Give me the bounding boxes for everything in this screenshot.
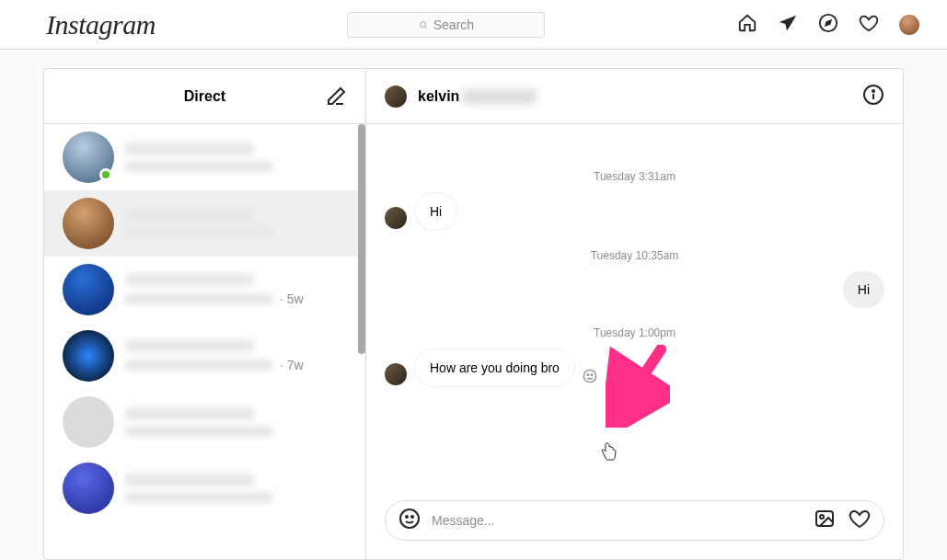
compose-button[interactable] bbox=[325, 86, 347, 111]
home-icon[interactable] bbox=[737, 13, 757, 37]
direct-icon[interactable] bbox=[778, 13, 798, 37]
svg-point-0 bbox=[420, 21, 425, 27]
thread-avatar bbox=[63, 264, 114, 315]
like-icon[interactable] bbox=[849, 508, 871, 533]
search-input[interactable]: Search bbox=[347, 12, 545, 38]
thread-preview bbox=[125, 407, 347, 437]
thread-time: · 7w bbox=[280, 358, 304, 372]
thread-row[interactable] bbox=[44, 124, 365, 190]
conversation-body: Tuesday 3:31am Hi Tuesday 10:35am Hi Tue… bbox=[366, 124, 903, 500]
thread-row[interactable] bbox=[44, 389, 365, 455]
thread-row[interactable] bbox=[44, 190, 365, 257]
activity-icon[interactable] bbox=[859, 13, 879, 37]
search-placeholder: Search bbox=[433, 17, 474, 32]
svg-point-19 bbox=[820, 515, 824, 519]
thread-avatar bbox=[63, 330, 114, 382]
message-timestamp: Tuesday 10:35am bbox=[385, 249, 884, 262]
svg-point-11 bbox=[637, 375, 639, 377]
svg-point-10 bbox=[632, 375, 634, 377]
thread-time: · 5w bbox=[280, 291, 304, 306]
thread-list[interactable]: · 5w · 7w bbox=[44, 124, 365, 559]
svg-point-9 bbox=[591, 374, 592, 375]
conversation-panel: kelvin Tuesday 3:31am Hi Tuesday 10:35am… bbox=[366, 69, 903, 559]
online-indicator bbox=[99, 168, 112, 181]
message-bubble[interactable]: Hi bbox=[414, 192, 457, 231]
message-timestamp: Tuesday 3:31am bbox=[385, 170, 884, 183]
direct-title: Direct bbox=[184, 88, 225, 105]
react-icon[interactable] bbox=[583, 369, 597, 387]
direct-container: Direct bbox=[43, 68, 904, 560]
composer-actions bbox=[814, 508, 871, 533]
more-icon[interactable] bbox=[630, 369, 645, 387]
svg-marker-3 bbox=[826, 20, 831, 26]
cursor-hand-icon bbox=[601, 442, 618, 461]
thread-avatar bbox=[63, 131, 114, 183]
message-timestamp: Tuesday 1:00pm bbox=[385, 326, 884, 339]
search-icon bbox=[419, 20, 428, 29]
svg-point-5 bbox=[872, 90, 874, 92]
svg-point-12 bbox=[641, 375, 643, 377]
direct-header: Direct bbox=[44, 69, 365, 124]
thread-avatar bbox=[63, 463, 114, 514]
message-composer bbox=[385, 500, 884, 541]
sender-avatar[interactable] bbox=[385, 363, 407, 385]
message-incoming: Hi bbox=[385, 192, 884, 231]
message-bubble[interactable]: How are you doing bro bbox=[414, 349, 575, 387]
nav-icons bbox=[737, 13, 929, 37]
scrollbar[interactable] bbox=[358, 124, 365, 354]
thread-row[interactable]: · 5w bbox=[44, 257, 365, 323]
message-outgoing: Hi bbox=[385, 271, 884, 308]
message-bubble[interactable]: Hi bbox=[843, 271, 884, 308]
reply-icon[interactable] bbox=[606, 369, 621, 387]
thread-preview: · 7w bbox=[125, 339, 347, 372]
message-incoming: How are you doing bro bbox=[385, 349, 884, 387]
explore-icon[interactable] bbox=[818, 13, 838, 37]
svg-point-8 bbox=[587, 374, 588, 375]
photo-icon[interactable] bbox=[814, 508, 836, 533]
thread-preview: · 5w bbox=[125, 273, 347, 306]
thread-preview bbox=[125, 209, 347, 238]
svg-point-17 bbox=[411, 516, 413, 518]
thread-preview bbox=[125, 474, 347, 503]
info-button[interactable] bbox=[862, 84, 884, 109]
thread-avatar bbox=[63, 396, 114, 448]
recipient-username[interactable]: kelvin bbox=[418, 88, 537, 105]
emoji-icon[interactable] bbox=[398, 508, 421, 533]
profile-avatar[interactable] bbox=[899, 15, 919, 35]
thread-avatar bbox=[63, 198, 114, 249]
thread-row[interactable] bbox=[44, 455, 365, 521]
message-actions bbox=[583, 369, 645, 387]
direct-sidebar: Direct bbox=[44, 69, 366, 559]
thread-preview bbox=[125, 143, 347, 172]
svg-point-7 bbox=[583, 370, 595, 382]
sender-avatar[interactable] bbox=[385, 207, 407, 229]
instagram-logo[interactable]: Instagram bbox=[18, 9, 156, 40]
top-navbar: Instagram Search bbox=[0, 0, 947, 50]
thread-row[interactable]: · 7w bbox=[44, 323, 365, 389]
conversation-header: kelvin bbox=[366, 69, 903, 124]
recipient-avatar[interactable] bbox=[385, 86, 407, 108]
svg-point-15 bbox=[400, 509, 419, 528]
message-input[interactable] bbox=[432, 513, 803, 528]
svg-line-1 bbox=[425, 26, 427, 28]
svg-point-16 bbox=[406, 516, 408, 518]
